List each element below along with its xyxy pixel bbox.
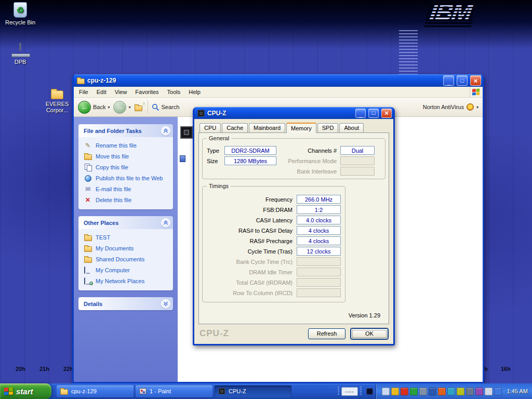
timing-value-field	[297, 278, 341, 287]
timing-value-field: 266.0 MHz	[297, 195, 341, 204]
up-button[interactable]: ↑	[135, 103, 144, 111]
recycle-glyph: ♻	[17, 5, 24, 15]
memory-tab-panel: General Type DDR2-SDRAM Size 1280 MBytes	[198, 132, 389, 324]
ok-button[interactable]: OK	[351, 328, 388, 339]
task-publish-this-file[interactable]: Publish this file to the Web	[84, 175, 171, 182]
norton-dropdown-icon[interactable]: ▾	[476, 105, 478, 110]
expand-button[interactable]	[161, 299, 170, 309]
size-value-field: 1280 MBytes	[224, 156, 276, 165]
tray-app-icon[interactable]	[366, 388, 373, 395]
cpuz-titlebar[interactable]: CPU-Z _ □ ×	[194, 107, 393, 119]
bank-interleave-label: Bank Interleave	[283, 168, 337, 175]
taskbar-button-paint[interactable]: 1 - Paint	[136, 385, 212, 397]
task-copy-this-file[interactable]: Copy this file	[84, 164, 171, 171]
desktop-icon-label: EVERES Corpor...	[41, 101, 74, 113]
collapse-button[interactable]	[161, 126, 170, 136]
place-test[interactable]: TEST	[84, 234, 171, 241]
tray-icon[interactable]	[401, 388, 408, 395]
menu-favorites[interactable]: Favorites	[131, 88, 163, 96]
tab-memory[interactable]: Memory	[286, 123, 316, 133]
panel-title: Details	[84, 301, 102, 307]
folder-icon	[51, 90, 63, 99]
taskbar-button-cpu-z-129[interactable]: cpu-z-129	[57, 385, 134, 397]
tray-icon[interactable]	[438, 388, 446, 395]
norton-antivirus-band[interactable]: Norton AntiVirus ▾	[423, 103, 478, 111]
forward-dropdown-icon[interactable]: ▾	[128, 105, 130, 110]
tray-icon[interactable]	[475, 388, 483, 395]
tray-icon[interactable]	[410, 388, 418, 395]
tab-about[interactable]: About	[339, 123, 364, 132]
toolbar-grip[interactable]	[360, 387, 362, 396]
place-label: My Network Places	[96, 278, 144, 284]
tab-cache[interactable]: Cache	[222, 123, 248, 132]
file-icon[interactable]	[180, 155, 185, 162]
toolbar-grip[interactable]	[338, 387, 339, 396]
taskbar-clock[interactable]: 1:45 AM	[507, 388, 528, 394]
laptop-icon	[11, 44, 29, 57]
menu-edit[interactable]: Edit	[92, 88, 111, 96]
menu-view[interactable]: View	[111, 88, 131, 96]
timing-row: CAS# Latency 4.0 clocks	[207, 216, 341, 224]
tray-icon[interactable]	[419, 388, 427, 395]
place-my-documents[interactable]: My Documents	[84, 245, 171, 252]
start-label: start	[16, 387, 33, 396]
tray-icon[interactable]	[457, 388, 464, 395]
desktop-icon-recycle-bin[interactable]: ♻ Recycle Bin	[1, 2, 40, 25]
forward-button[interactable]: → ▾	[113, 101, 130, 114]
maximize-button[interactable]: □	[368, 109, 379, 118]
minimize-button[interactable]: _	[443, 75, 454, 86]
close-button[interactable]: ×	[381, 109, 392, 118]
menu-tools[interactable]: Tools	[163, 88, 185, 96]
place-shared-documents[interactable]: Shared Documents	[84, 256, 171, 263]
maximize-icon: □	[460, 78, 464, 84]
tray-icon[interactable]	[382, 388, 390, 395]
minimize-button[interactable]: _	[355, 109, 366, 118]
channels-label: Channels #	[283, 148, 337, 154]
explorer-menubar: File Edit View Favorites Tools Help	[74, 87, 483, 98]
search-label: Search	[162, 104, 180, 110]
cpuz-tabs: CPU Cache Mainboard Memory SPD About	[198, 123, 389, 132]
task-delete-this-file[interactable]: ✕ Delete this file	[84, 196, 171, 204]
deskband-button[interactable]: ----	[341, 387, 357, 396]
taskbar-button-cpuz[interactable]: CPU-Z	[215, 385, 291, 397]
tab-cpu[interactable]: CPU	[200, 123, 221, 132]
timing-row: Frequency 266.0 MHz	[207, 195, 341, 204]
collapse-button[interactable]	[161, 218, 170, 228]
tab-spd[interactable]: SPD	[317, 123, 339, 132]
timezone-label: 20h	[16, 366, 25, 372]
tray-icon[interactable]	[494, 388, 502, 395]
tab-mainboard[interactable]: Mainboard	[249, 123, 285, 132]
task-label: Copy this file	[96, 164, 128, 170]
cpuz-file-icon[interactable]	[180, 126, 193, 139]
timing-row: DRAM Idle Timer	[207, 268, 341, 276]
place-my-computer[interactable]: My Computer	[84, 267, 171, 274]
tray-icon[interactable]	[429, 388, 436, 395]
menu-help[interactable]: Help	[184, 88, 205, 96]
toolbar-separator	[148, 101, 148, 113]
panel-body: TEST My Documents Shared Documents	[78, 229, 173, 290]
desktop-icon-dpb[interactable]: DPB	[1, 44, 40, 65]
panel-header[interactable]: File and Folder Tasks	[78, 124, 173, 137]
windows-logo-icon	[470, 87, 482, 97]
task-move-this-file[interactable]: Move this file	[84, 153, 171, 160]
tray-icon[interactable]	[391, 388, 399, 395]
search-button[interactable]: Search	[152, 103, 180, 111]
tray-icon[interactable]	[485, 388, 493, 395]
tray-icon[interactable]	[447, 388, 455, 395]
panel-header[interactable]: Details	[78, 297, 173, 310]
back-button[interactable]: ← Back ▾	[78, 101, 110, 114]
desktop-icon-everes-folder[interactable]: EVERES Corpor...	[41, 88, 74, 113]
task-rename-this-file[interactable]: ✎ Rename this file	[84, 142, 171, 149]
globe-icon	[84, 175, 92, 182]
menu-file[interactable]: File	[75, 88, 92, 96]
close-button[interactable]: ×	[470, 75, 481, 86]
back-dropdown-icon[interactable]: ▾	[108, 105, 110, 110]
refresh-button[interactable]: Refresh	[308, 328, 345, 339]
tray-icon[interactable]	[466, 388, 474, 395]
start-button[interactable]: start	[0, 383, 51, 399]
place-my-network-places[interactable]: My Network Places	[84, 277, 171, 285]
task-email-this-file[interactable]: ✉ E-mail this file	[84, 185, 171, 193]
explorer-titlebar[interactable]: cpu-z-129 _ □ ×	[74, 74, 483, 87]
panel-header[interactable]: Other Places	[78, 216, 173, 229]
maximize-button[interactable]: □	[457, 75, 468, 86]
